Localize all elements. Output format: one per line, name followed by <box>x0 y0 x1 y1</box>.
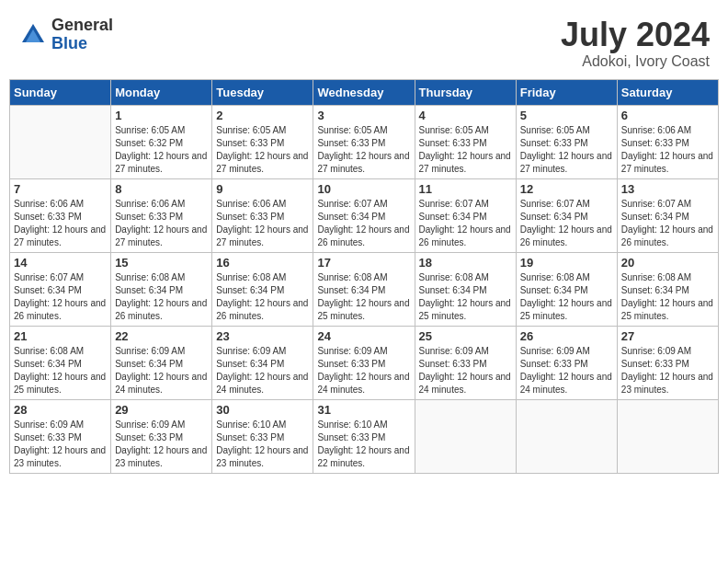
day-info: Sunrise: 6:09 AM Sunset: 6:34 PM Dayligh… <box>115 345 208 396</box>
title-block: July 2024 Adokoi, Ivory Coast <box>561 17 710 70</box>
table-row <box>516 399 617 473</box>
page-header: General Blue July 2024 Adokoi, Ivory Coa… <box>9 9 719 75</box>
day-number: 16 <box>216 256 309 270</box>
day-info: Sunrise: 6:06 AM Sunset: 6:33 PM Dayligh… <box>621 124 714 176</box>
day-number: 11 <box>419 182 512 196</box>
day-number: 28 <box>14 403 107 417</box>
day-number: 21 <box>14 329 107 343</box>
day-info: Sunrise: 6:09 AM Sunset: 6:33 PM Dayligh… <box>14 419 107 470</box>
table-row: 31Sunrise: 6:10 AM Sunset: 6:33 PM Dayli… <box>313 399 415 473</box>
table-row: 9Sunrise: 6:06 AM Sunset: 6:33 PM Daylig… <box>212 178 313 252</box>
day-info: Sunrise: 6:08 AM Sunset: 6:34 PM Dayligh… <box>216 271 309 323</box>
day-number: 25 <box>419 329 512 343</box>
col-monday: Monday <box>111 79 212 105</box>
logo-general: General <box>51 17 113 35</box>
day-number: 30 <box>216 403 309 417</box>
table-row: 16Sunrise: 6:08 AM Sunset: 6:34 PM Dayli… <box>212 252 313 326</box>
day-info: Sunrise: 6:08 AM Sunset: 6:34 PM Dayligh… <box>317 271 410 323</box>
col-friday: Friday <box>516 79 617 105</box>
table-row: 3Sunrise: 6:05 AM Sunset: 6:33 PM Daylig… <box>313 105 415 178</box>
table-row: 30Sunrise: 6:10 AM Sunset: 6:33 PM Dayli… <box>212 399 313 473</box>
table-row: 25Sunrise: 6:09 AM Sunset: 6:33 PM Dayli… <box>415 326 516 399</box>
col-sunday: Sunday <box>10 79 111 105</box>
col-tuesday: Tuesday <box>212 79 313 105</box>
day-number: 19 <box>520 256 613 270</box>
day-info: Sunrise: 6:08 AM Sunset: 6:34 PM Dayligh… <box>520 271 613 323</box>
day-number: 23 <box>216 329 309 343</box>
day-number: 5 <box>520 109 613 122</box>
day-number: 6 <box>621 109 714 122</box>
calendar-week-row: 14Sunrise: 6:07 AM Sunset: 6:34 PM Dayli… <box>10 252 719 326</box>
table-row: 5Sunrise: 6:05 AM Sunset: 6:33 PM Daylig… <box>516 105 617 178</box>
table-row: 11Sunrise: 6:07 AM Sunset: 6:34 PM Dayli… <box>415 178 516 252</box>
day-number: 31 <box>317 403 410 417</box>
day-info: Sunrise: 6:08 AM Sunset: 6:34 PM Dayligh… <box>14 345 107 396</box>
calendar-week-row: 28Sunrise: 6:09 AM Sunset: 6:33 PM Dayli… <box>10 399 719 473</box>
table-row: 1Sunrise: 6:05 AM Sunset: 6:32 PM Daylig… <box>111 105 212 178</box>
col-wednesday: Wednesday <box>313 79 415 105</box>
day-info: Sunrise: 6:05 AM Sunset: 6:33 PM Dayligh… <box>520 124 613 176</box>
day-number: 9 <box>216 182 309 196</box>
table-row: 12Sunrise: 6:07 AM Sunset: 6:34 PM Dayli… <box>516 178 617 252</box>
day-info: Sunrise: 6:09 AM Sunset: 6:33 PM Dayligh… <box>115 419 208 470</box>
day-info: Sunrise: 6:06 AM Sunset: 6:33 PM Dayligh… <box>14 198 107 249</box>
table-row <box>415 399 516 473</box>
day-info: Sunrise: 6:05 AM Sunset: 6:32 PM Dayligh… <box>115 124 208 176</box>
col-saturday: Saturday <box>617 79 718 105</box>
table-row: 15Sunrise: 6:08 AM Sunset: 6:34 PM Dayli… <box>111 252 212 326</box>
day-number: 7 <box>14 182 107 196</box>
table-row: 29Sunrise: 6:09 AM Sunset: 6:33 PM Dayli… <box>111 399 212 473</box>
day-number: 27 <box>621 329 714 343</box>
day-info: Sunrise: 6:08 AM Sunset: 6:34 PM Dayligh… <box>115 271 208 323</box>
day-number: 17 <box>317 256 410 270</box>
day-info: Sunrise: 6:10 AM Sunset: 6:33 PM Dayligh… <box>317 419 410 470</box>
day-number: 29 <box>115 403 208 417</box>
day-info: Sunrise: 6:06 AM Sunset: 6:33 PM Dayligh… <box>115 198 208 249</box>
table-row: 4Sunrise: 6:05 AM Sunset: 6:33 PM Daylig… <box>415 105 516 178</box>
table-row: 7Sunrise: 6:06 AM Sunset: 6:33 PM Daylig… <box>10 178 111 252</box>
table-row: 6Sunrise: 6:06 AM Sunset: 6:33 PM Daylig… <box>617 105 718 178</box>
day-info: Sunrise: 6:08 AM Sunset: 6:34 PM Dayligh… <box>621 271 714 323</box>
logo-icon <box>18 20 48 50</box>
logo-blue: Blue <box>51 35 113 53</box>
day-number: 18 <box>419 256 512 270</box>
day-number: 22 <box>115 329 208 343</box>
day-number: 20 <box>621 256 714 270</box>
day-number: 4 <box>419 109 512 122</box>
day-number: 2 <box>216 109 309 122</box>
day-info: Sunrise: 6:06 AM Sunset: 6:33 PM Dayligh… <box>216 198 309 249</box>
table-row: 13Sunrise: 6:07 AM Sunset: 6:34 PM Dayli… <box>617 178 718 252</box>
location: Adokoi, Ivory Coast <box>561 53 710 70</box>
calendar-week-row: 1Sunrise: 6:05 AM Sunset: 6:32 PM Daylig… <box>10 105 719 178</box>
logo-text: General Blue <box>51 17 113 53</box>
day-number: 12 <box>520 182 613 196</box>
day-info: Sunrise: 6:09 AM Sunset: 6:34 PM Dayligh… <box>216 345 309 396</box>
calendar-header-row: Sunday Monday Tuesday Wednesday Thursday… <box>10 79 719 105</box>
table-row: 23Sunrise: 6:09 AM Sunset: 6:34 PM Dayli… <box>212 326 313 399</box>
calendar-table: Sunday Monday Tuesday Wednesday Thursday… <box>9 79 719 474</box>
calendar-week-row: 7Sunrise: 6:06 AM Sunset: 6:33 PM Daylig… <box>10 178 719 252</box>
day-info: Sunrise: 6:07 AM Sunset: 6:34 PM Dayligh… <box>520 198 613 249</box>
month-year: July 2024 <box>561 17 710 53</box>
table-row: 18Sunrise: 6:08 AM Sunset: 6:34 PM Dayli… <box>415 252 516 326</box>
day-info: Sunrise: 6:07 AM Sunset: 6:34 PM Dayligh… <box>419 198 512 249</box>
day-info: Sunrise: 6:08 AM Sunset: 6:34 PM Dayligh… <box>419 271 512 323</box>
day-info: Sunrise: 6:09 AM Sunset: 6:33 PM Dayligh… <box>317 345 410 396</box>
day-number: 8 <box>115 182 208 196</box>
col-thursday: Thursday <box>415 79 516 105</box>
day-number: 3 <box>317 109 410 122</box>
table-row: 2Sunrise: 6:05 AM Sunset: 6:33 PM Daylig… <box>212 105 313 178</box>
table-row: 21Sunrise: 6:08 AM Sunset: 6:34 PM Dayli… <box>10 326 111 399</box>
table-row: 8Sunrise: 6:06 AM Sunset: 6:33 PM Daylig… <box>111 178 212 252</box>
calendar-week-row: 21Sunrise: 6:08 AM Sunset: 6:34 PM Dayli… <box>10 326 719 399</box>
day-info: Sunrise: 6:07 AM Sunset: 6:34 PM Dayligh… <box>14 271 107 323</box>
day-number: 26 <box>520 329 613 343</box>
table-row: 24Sunrise: 6:09 AM Sunset: 6:33 PM Dayli… <box>313 326 415 399</box>
day-info: Sunrise: 6:07 AM Sunset: 6:34 PM Dayligh… <box>621 198 714 249</box>
day-number: 24 <box>317 329 410 343</box>
day-info: Sunrise: 6:09 AM Sunset: 6:33 PM Dayligh… <box>621 345 714 396</box>
logo: General Blue <box>18 17 113 53</box>
day-number: 1 <box>115 109 208 122</box>
table-row: 10Sunrise: 6:07 AM Sunset: 6:34 PM Dayli… <box>313 178 415 252</box>
table-row: 28Sunrise: 6:09 AM Sunset: 6:33 PM Dayli… <box>10 399 111 473</box>
